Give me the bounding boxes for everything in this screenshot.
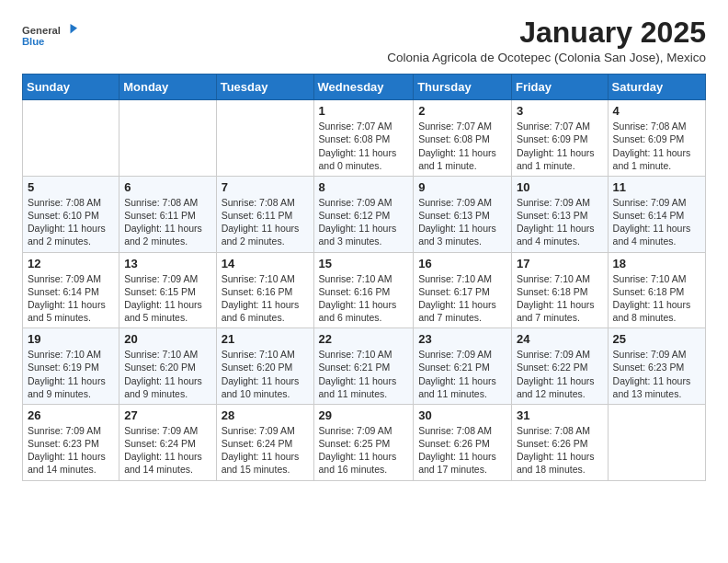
calendar-cell: 20Sunrise: 7:10 AM Sunset: 6:20 PM Dayli… [119,328,216,405]
day-number: 3 [517,104,603,118]
header: General Blue January 2025 Colonia Agrico… [22,17,706,64]
day-info: Sunrise: 7:08 AM Sunset: 6:09 PM Dayligh… [613,120,700,172]
day-number: 19 [28,332,114,346]
subtitle: Colonia Agricola de Ocotepec (Colonia Sa… [387,51,706,64]
calendar-week-row: 5Sunrise: 7:08 AM Sunset: 6:10 PM Daylig… [23,176,706,252]
logo: General Blue [22,17,77,53]
day-info: Sunrise: 7:09 AM Sunset: 6:12 PM Dayligh… [319,196,409,248]
day-info: Sunrise: 7:10 AM Sunset: 6:16 PM Dayligh… [319,272,409,325]
calendar-day-header: Monday [119,75,216,100]
day-number: 17 [517,257,603,270]
day-info: Sunrise: 7:10 AM Sunset: 6:18 PM Dayligh… [517,272,603,325]
calendar-day-header: Tuesday [216,75,313,100]
day-number: 8 [319,180,409,194]
calendar-day-header: Sunday [23,75,119,100]
day-number: 26 [28,408,114,422]
day-info: Sunrise: 7:10 AM Sunset: 6:21 PM Dayligh… [319,348,409,400]
logo-svg: General Blue [22,17,77,53]
calendar-header-row: SundayMondayTuesdayWednesdayThursdayFrid… [23,75,706,100]
day-info: Sunrise: 7:08 AM Sunset: 6:26 PM Dayligh… [517,424,603,477]
calendar-cell: 7Sunrise: 7:08 AM Sunset: 6:11 PM Daylig… [216,176,313,252]
calendar-cell: 31Sunrise: 7:08 AM Sunset: 6:26 PM Dayli… [511,404,608,480]
calendar: SundayMondayTuesdayWednesdayThursdayFrid… [22,74,706,480]
calendar-cell: 28Sunrise: 7:09 AM Sunset: 6:24 PM Dayli… [216,404,313,480]
day-number: 30 [418,408,506,422]
calendar-week-row: 26Sunrise: 7:09 AM Sunset: 6:23 PM Dayli… [23,404,706,480]
calendar-cell: 9Sunrise: 7:09 AM Sunset: 6:13 PM Daylig… [414,176,512,252]
day-number: 6 [124,180,210,194]
day-info: Sunrise: 7:07 AM Sunset: 6:08 PM Dayligh… [319,120,409,172]
calendar-cell: 13Sunrise: 7:09 AM Sunset: 6:15 PM Dayli… [119,252,216,328]
day-number: 25 [613,332,700,346]
month-title: January 2025 [387,17,706,49]
day-number: 15 [319,257,409,270]
day-number: 21 [222,332,309,346]
calendar-cell: 4Sunrise: 7:08 AM Sunset: 6:09 PM Daylig… [608,100,705,177]
day-info: Sunrise: 7:07 AM Sunset: 6:09 PM Dayligh… [517,120,603,172]
day-number: 29 [319,408,409,422]
calendar-cell: 2Sunrise: 7:07 AM Sunset: 6:08 PM Daylig… [414,100,512,177]
svg-text:General: General [22,25,61,36]
day-info: Sunrise: 7:09 AM Sunset: 6:14 PM Dayligh… [613,196,700,248]
title-block: January 2025 Colonia Agricola de Ocotepe… [387,17,706,64]
calendar-cell: 11Sunrise: 7:09 AM Sunset: 6:14 PM Dayli… [608,176,705,252]
calendar-cell: 18Sunrise: 7:10 AM Sunset: 6:18 PM Dayli… [608,252,705,328]
calendar-cell [608,404,705,480]
day-number: 23 [418,332,506,346]
day-info: Sunrise: 7:10 AM Sunset: 6:16 PM Dayligh… [222,272,309,325]
calendar-cell [216,100,313,177]
calendar-cell: 14Sunrise: 7:10 AM Sunset: 6:16 PM Dayli… [216,252,313,328]
day-info: Sunrise: 7:09 AM Sunset: 6:24 PM Dayligh… [124,424,210,477]
calendar-cell: 30Sunrise: 7:08 AM Sunset: 6:26 PM Dayli… [414,404,512,480]
calendar-cell: 16Sunrise: 7:10 AM Sunset: 6:17 PM Dayli… [414,252,512,328]
day-info: Sunrise: 7:09 AM Sunset: 6:13 PM Dayligh… [418,196,506,248]
calendar-cell: 19Sunrise: 7:10 AM Sunset: 6:19 PM Dayli… [23,328,119,405]
day-number: 24 [517,332,603,346]
calendar-cell: 23Sunrise: 7:09 AM Sunset: 6:21 PM Dayli… [414,328,512,405]
calendar-week-row: 12Sunrise: 7:09 AM Sunset: 6:14 PM Dayli… [23,252,706,328]
day-info: Sunrise: 7:07 AM Sunset: 6:08 PM Dayligh… [418,120,506,172]
day-info: Sunrise: 7:09 AM Sunset: 6:15 PM Dayligh… [124,272,210,325]
calendar-cell: 29Sunrise: 7:09 AM Sunset: 6:25 PM Dayli… [313,404,414,480]
day-number: 16 [418,257,506,270]
day-info: Sunrise: 7:10 AM Sunset: 6:17 PM Dayligh… [418,272,506,325]
calendar-week-row: 19Sunrise: 7:10 AM Sunset: 6:19 PM Dayli… [23,328,706,405]
day-number: 4 [613,104,700,118]
day-number: 28 [222,408,309,422]
day-number: 22 [319,332,409,346]
day-number: 27 [124,408,210,422]
calendar-day-header: Thursday [414,75,512,100]
calendar-cell: 10Sunrise: 7:09 AM Sunset: 6:13 PM Dayli… [511,176,608,252]
day-info: Sunrise: 7:10 AM Sunset: 6:20 PM Dayligh… [222,348,309,400]
day-info: Sunrise: 7:08 AM Sunset: 6:10 PM Dayligh… [28,196,114,248]
day-info: Sunrise: 7:09 AM Sunset: 6:14 PM Dayligh… [28,272,114,325]
page: General Blue January 2025 Colonia Agrico… [0,0,728,498]
day-number: 18 [613,257,700,270]
calendar-day-header: Friday [511,75,608,100]
day-info: Sunrise: 7:08 AM Sunset: 6:26 PM Dayligh… [418,424,506,477]
calendar-cell: 21Sunrise: 7:10 AM Sunset: 6:20 PM Dayli… [216,328,313,405]
calendar-cell: 26Sunrise: 7:09 AM Sunset: 6:23 PM Dayli… [23,404,119,480]
day-number: 20 [124,332,210,346]
calendar-day-header: Saturday [608,75,705,100]
day-info: Sunrise: 7:08 AM Sunset: 6:11 PM Dayligh… [124,196,210,248]
calendar-cell: 1Sunrise: 7:07 AM Sunset: 6:08 PM Daylig… [313,100,414,177]
calendar-cell [119,100,216,177]
day-info: Sunrise: 7:09 AM Sunset: 6:23 PM Dayligh… [28,424,114,477]
day-info: Sunrise: 7:09 AM Sunset: 6:25 PM Dayligh… [319,424,409,477]
calendar-week-row: 1Sunrise: 7:07 AM Sunset: 6:08 PM Daylig… [23,100,706,177]
day-info: Sunrise: 7:09 AM Sunset: 6:23 PM Dayligh… [613,348,700,400]
calendar-cell: 3Sunrise: 7:07 AM Sunset: 6:09 PM Daylig… [511,100,608,177]
calendar-cell: 24Sunrise: 7:09 AM Sunset: 6:22 PM Dayli… [511,328,608,405]
day-number: 12 [28,257,114,270]
calendar-cell: 5Sunrise: 7:08 AM Sunset: 6:10 PM Daylig… [23,176,119,252]
calendar-cell: 12Sunrise: 7:09 AM Sunset: 6:14 PM Dayli… [23,252,119,328]
day-number: 31 [517,408,603,422]
calendar-cell: 22Sunrise: 7:10 AM Sunset: 6:21 PM Dayli… [313,328,414,405]
day-number: 13 [124,257,210,270]
day-info: Sunrise: 7:09 AM Sunset: 6:22 PM Dayligh… [517,348,603,400]
calendar-cell: 6Sunrise: 7:08 AM Sunset: 6:11 PM Daylig… [119,176,216,252]
day-info: Sunrise: 7:09 AM Sunset: 6:13 PM Dayligh… [517,196,603,248]
day-info: Sunrise: 7:09 AM Sunset: 6:21 PM Dayligh… [418,348,506,400]
day-number: 11 [613,180,700,194]
